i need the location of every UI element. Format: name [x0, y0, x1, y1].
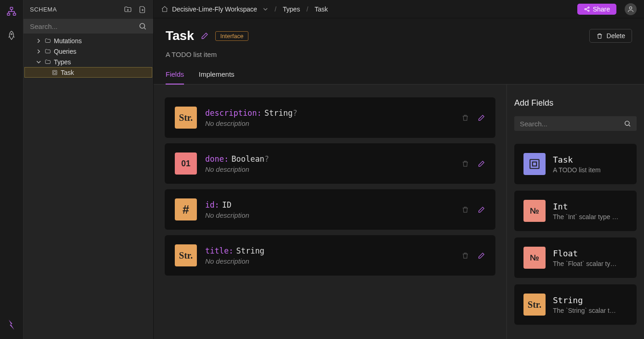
fields-list: Str. description:String? No description …: [154, 85, 507, 339]
add-type-info: Int The `Int` scalar type …: [553, 202, 627, 220]
brand-logo-icon: [8, 320, 15, 330]
field-info: id:ID No description: [205, 200, 453, 219]
field-actions: [461, 160, 485, 168]
folder-icon: [45, 48, 51, 55]
add-type-name: Int: [553, 202, 627, 211]
tree-label: Queries: [54, 48, 76, 55]
field-description: No description: [205, 119, 453, 127]
add-type-desc: The `Float` scalar ty…: [553, 260, 627, 267]
schema-tree: Mutations Queries Types Task: [23, 34, 153, 79]
svg-rect-5: [52, 70, 57, 74]
tree-item-task[interactable]: Task: [24, 67, 152, 78]
new-file-icon[interactable]: [138, 6, 147, 14]
sidebar-header: SCHEMA: [23, 0, 153, 19]
svg-rect-13: [533, 162, 537, 166]
add-fields-panel: Add Fields Task A TODO list item № Int T…: [507, 85, 644, 339]
add-type-card[interactable]: Str. String The `String` scalar t…: [514, 284, 637, 325]
page-subtitle: A TODO list item: [154, 43, 644, 58]
tree-item-queries[interactable]: Queries: [23, 46, 153, 56]
delete-field-icon[interactable]: [461, 160, 469, 168]
add-type-card[interactable]: Task A TODO list item: [514, 144, 637, 184]
type-badge: Str.: [175, 107, 197, 129]
interface-badge: Interface: [215, 31, 249, 41]
field-description: No description: [205, 211, 453, 219]
field-signature: title:String: [205, 246, 453, 255]
field-signature: id:ID: [205, 200, 453, 209]
field-actions: [461, 114, 485, 122]
add-fields-search[interactable]: [514, 116, 637, 131]
delete-field-icon[interactable]: [461, 206, 469, 214]
trash-icon: [596, 33, 603, 40]
svg-rect-2: [13, 13, 16, 16]
delete-button[interactable]: Delete: [589, 29, 632, 43]
delete-label: Delete: [607, 32, 625, 40]
icon-rail: [0, 0, 23, 339]
sidebar-search-input[interactable]: [30, 23, 138, 30]
crumb-task[interactable]: Task: [315, 6, 328, 13]
svg-rect-0: [10, 7, 13, 10]
add-type-info: Task A TODO list item: [553, 155, 627, 174]
edit-field-icon[interactable]: [477, 252, 485, 260]
edit-field-icon[interactable]: [477, 206, 485, 214]
type-icon: [52, 69, 58, 76]
field-description: No description: [205, 165, 453, 173]
add-fields-search-input[interactable]: [520, 120, 624, 128]
new-folder-icon[interactable]: [124, 6, 132, 14]
field-actions: [461, 252, 485, 260]
field-card: # id:ID No description: [165, 189, 495, 230]
folder-icon: [45, 59, 51, 65]
share-label: Share: [593, 6, 610, 13]
crumb-types[interactable]: Types: [283, 6, 300, 13]
field-signature: description:String?: [205, 108, 453, 118]
edit-field-icon[interactable]: [477, 114, 485, 122]
delete-field-icon[interactable]: [461, 114, 469, 122]
home-icon[interactable]: [161, 6, 168, 13]
tab-fields[interactable]: Fields: [166, 70, 184, 85]
tab-implements[interactable]: Implements: [199, 70, 235, 84]
field-signature: done:Boolean?: [205, 154, 453, 164]
schema-icon[interactable]: [6, 6, 17, 17]
field-actions: [461, 206, 485, 214]
crumb-sep: /: [275, 6, 276, 13]
sidebar-search[interactable]: [23, 19, 153, 34]
crumb-sep: /: [306, 6, 308, 13]
field-info: description:String? No description: [205, 108, 453, 127]
crumb-workspace[interactable]: Decisive-Lime-Fly Workspace: [172, 6, 257, 13]
search-icon: [624, 120, 631, 127]
tree-item-types[interactable]: Types: [23, 56, 153, 67]
sidebar: SCHEMA Mutations Queries Types: [23, 0, 154, 339]
svg-point-10: [629, 6, 632, 9]
type-badge: Str.: [523, 294, 546, 316]
add-type-name: Task: [553, 155, 627, 164]
share-button[interactable]: Share: [577, 4, 616, 15]
add-type-card[interactable]: № Int The `Int` scalar type …: [514, 191, 637, 231]
add-type-info: Float The `Float` scalar ty…: [553, 249, 627, 267]
chevron-down-icon[interactable]: [263, 6, 268, 12]
add-fields-title: Add Fields: [514, 98, 637, 108]
add-type-desc: The `String` scalar t…: [553, 307, 627, 314]
type-badge: №: [523, 247, 546, 269]
avatar[interactable]: [625, 3, 637, 15]
field-info: title:String No description: [205, 246, 453, 265]
edit-field-icon[interactable]: [477, 160, 485, 168]
type-badge: [523, 153, 546, 175]
edit-title-icon[interactable]: [201, 32, 209, 40]
caret-right-icon: [36, 49, 41, 54]
delete-field-icon[interactable]: [461, 252, 469, 260]
field-description: No description: [205, 257, 453, 265]
add-type-desc: The `Int` scalar type …: [553, 213, 627, 220]
tree-label: Task: [61, 69, 74, 76]
field-card: Str. description:String? No description: [165, 97, 495, 138]
tree-label: Mutations: [54, 37, 82, 45]
tree-label: Types: [54, 58, 71, 66]
page-header: Task Interface Delete: [154, 18, 644, 43]
caret-right-icon: [36, 39, 41, 43]
type-badge: #: [175, 198, 197, 220]
rocket-icon[interactable]: [6, 30, 17, 40]
add-type-name: String: [553, 295, 627, 305]
add-type-card[interactable]: № Float The `Float` scalar ty…: [514, 237, 637, 278]
sidebar-title: SCHEMA: [30, 6, 117, 13]
svg-point-11: [625, 121, 629, 125]
tree-item-mutations[interactable]: Mutations: [23, 35, 153, 46]
caret-down-icon: [36, 60, 41, 64]
